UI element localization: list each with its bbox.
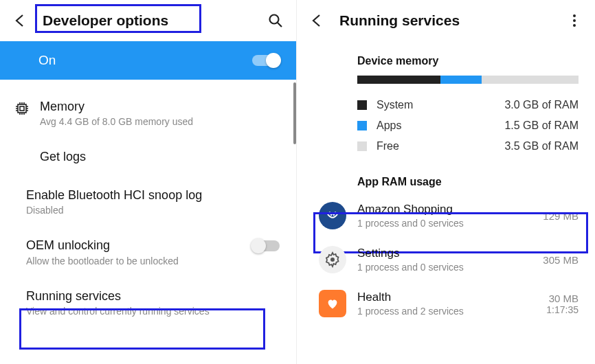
svg-point-0 [270,15,279,24]
oem-unlock-switch[interactable] [252,240,280,251]
svg-point-6 [330,258,335,262]
app-sub: 1 process and 0 services [357,262,543,273]
svg-point-3 [573,14,576,17]
item-hci-snoop[interactable]: Enable Bluetooth HCI snoop log Disabled [0,177,296,227]
item-get-logs[interactable]: Get logs [0,138,296,176]
settings-list: Memory Avg 4.4 GB of 8.0 GB memory used … [0,80,296,328]
swatch-apps [357,121,367,130]
app-name: Health [357,291,546,304]
item-title: Get logs [40,149,280,165]
memory-chip-icon [14,100,30,117]
app-sub: 1 process and 2 services [357,306,546,317]
mem-value: 3.0 GB of RAM [504,99,579,111]
developer-options-switch[interactable] [252,55,280,66]
mem-seg-free [482,76,579,84]
settings-app-icon [319,246,346,273]
scrollbar[interactable] [293,82,296,144]
page-title-right: Running services [339,12,566,29]
developer-options-toggle-row[interactable]: On [0,41,296,80]
item-sub: Avg 4.4 GB of 8.0 GB memory used [40,116,280,127]
health-app-icon [319,290,346,317]
mem-label: Apps [377,120,504,132]
mem-seg-apps [440,76,482,84]
swatch-system [357,100,367,110]
app-mem: 305 MB [543,254,579,266]
mem-label: System [377,99,504,111]
item-title: OEM unlocking [26,238,245,253]
mem-row-apps: Apps 1.5 GB of RAM [297,115,595,136]
mem-seg-system [357,76,440,84]
back-arrow-icon[interactable] [12,12,29,29]
svg-rect-1 [18,104,26,113]
app-row-settings[interactable]: Settings 1 process and 0 services 305 MB [297,238,595,282]
app-mem: 30 MB [546,293,579,304]
memory-usage-bar [357,76,579,84]
highlight-box-title [35,4,201,33]
app-ram-heading: App RAM usage [297,157,595,194]
item-oem-unlocking[interactable]: OEM unlocking Allow the bootloader to be… [0,227,296,277]
swatch-free [357,141,367,151]
mem-row-free: Free 3.5 GB of RAM [297,136,595,157]
mem-row-system: System 3.0 GB of RAM [297,95,595,115]
item-title: Memory [40,99,280,115]
item-memory[interactable]: Memory Avg 4.4 GB of 8.0 GB memory used [0,88,296,138]
app-row-health[interactable]: Health 1 process and 2 services 30 MB 1:… [297,282,595,326]
highlight-box-running-services [19,308,265,350]
mem-value: 3.5 GB of RAM [504,140,579,152]
item-sub: Disabled [26,205,280,216]
more-icon[interactable] [566,12,583,29]
svg-rect-2 [20,106,24,111]
right-header: Running services [297,0,595,41]
item-title: Enable Bluetooth HCI snoop log [26,187,280,203]
svg-point-5 [573,24,576,27]
svg-point-4 [573,19,576,22]
item-title: Running services [26,288,280,304]
app-uptime: 1:17:35 [546,304,579,315]
device-memory-heading: Device memory [297,41,595,76]
app-name: Settings [357,247,543,260]
back-arrow-icon[interactable] [309,12,326,29]
item-sub: Allow the bootloader to be unlocked [26,255,245,266]
search-icon[interactable] [267,12,284,29]
mem-value: 1.5 GB of RAM [504,120,579,132]
on-label: On [38,53,252,68]
mem-label: Free [377,140,504,152]
